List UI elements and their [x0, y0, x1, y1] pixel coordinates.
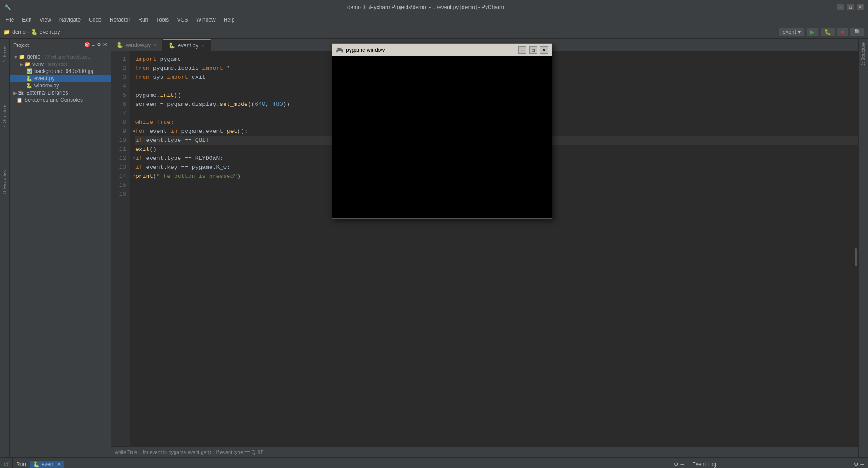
favorites-panel-toggle[interactable]: 3: Favorites — [1, 168, 8, 196]
run-settings-icon[interactable]: ⚙ — [674, 461, 679, 468]
tab-label-event: event.py — [178, 42, 198, 49]
run-panel-header: Run: 🐍 event ✕ ⚙ ─ — [13, 458, 688, 468]
breadcrumb-while: while True — [115, 450, 137, 455]
tree-item-ext-libs[interactable]: ▶ 📚 External Libraries — [10, 89, 111, 96]
pygame-maximize[interactable]: □ — [529, 46, 537, 54]
file-name: event.py — [40, 29, 60, 35]
menu-refactor[interactable]: Refactor — [106, 16, 134, 24]
event-log-settings-icon[interactable]: ⚙ — [854, 461, 859, 468]
tab-icon-window: 🐍 — [117, 42, 123, 48]
structure-label[interactable]: 2: Structure — [861, 42, 866, 66]
tree-item-venv[interactable]: ▶ 📁 venv library root — [10, 60, 111, 68]
editor-area: 🐍 window.py ✕ 🐍 event.py ✕ 12345 678910 … — [111, 39, 858, 457]
debug-button[interactable]: 🐛 — [821, 28, 835, 36]
project-panel-header: Project 🎯 ≡ ⚙ ✕ — [10, 39, 111, 51]
tree-item-background[interactable]: 🖼️ background_640x480.jpg — [10, 68, 111, 75]
tree-item-scratches[interactable]: 📋 Scratches and Consoles — [10, 96, 111, 104]
tree-item-event[interactable]: 🐍 event.py — [10, 75, 111, 82]
minimize-button[interactable]: ─ — [837, 4, 844, 10]
run-config-tab-name: event — [41, 461, 54, 468]
locate-icon[interactable]: 🎯 — [84, 42, 90, 48]
project-name: demo — [12, 29, 26, 35]
maximize-button[interactable]: □ — [847, 4, 854, 10]
tab-window-py[interactable]: 🐍 window.py ✕ — [111, 39, 163, 51]
app-icon: 🔧 — [4, 4, 11, 10]
bottom-panel: ↺ ▲ ■ ▼ ↵ 🖨 >> Run: 🐍 event ✕ ⚙ ─ — [0, 457, 868, 468]
menu-navigate[interactable]: Navigate — [56, 16, 84, 24]
window-controls: ─ □ ✕ — [837, 4, 864, 10]
tab-label-window: window.py — [126, 42, 151, 48]
project-icon: 📁 — [4, 29, 10, 35]
run-hide-icon[interactable]: ─ — [680, 461, 684, 468]
menu-edit[interactable]: Edit — [18, 16, 35, 24]
menu-vcs[interactable]: VCS — [173, 16, 192, 24]
run-config-selector[interactable]: event ▾ — [779, 28, 804, 36]
project-panel-toggle[interactable]: 1: Project — [1, 41, 8, 65]
tab-event-py[interactable]: 🐍 event.py ✕ — [163, 39, 210, 51]
run-config-name: event — [783, 29, 796, 35]
tree-label-ext-libs: External Libraries — [26, 90, 68, 96]
tree-tag-venv: library root — [45, 62, 67, 67]
tab-close-window[interactable]: ✕ — [153, 43, 157, 48]
pygame-close[interactable]: ✕ — [540, 46, 548, 54]
tree-path-demo: F:\PycharmProjects\de... — [42, 55, 91, 59]
run-tab-close[interactable]: ✕ — [57, 461, 61, 468]
window-title: demo [F:\PycharmProjects\demo] - ...\eve… — [14, 4, 837, 10]
tree-label-scratches: Scratches and Consoles — [24, 97, 83, 103]
close-button[interactable]: ✕ — [857, 4, 864, 10]
tree-label-background: background_640x480.jpg — [34, 68, 95, 74]
project-panel-title: Project — [13, 42, 29, 48]
tree-label-demo: demo — [27, 54, 40, 60]
editor-breadcrumb: while True › for event in pygame.event.g… — [111, 446, 858, 457]
dropdown-icon: ▾ — [798, 29, 801, 35]
title-bar: 🔧 demo [F:\PycharmProjects\demo] - ...\e… — [0, 0, 868, 14]
pygame-minimize[interactable]: ─ — [518, 46, 526, 54]
run-icon: 🐍 — [33, 461, 40, 468]
left-sidebar: 1: Project 2: Structure 3: Favorites — [0, 39, 10, 457]
event-log-title: Event Log — [692, 461, 716, 468]
breadcrumb-sep1: › — [139, 450, 141, 455]
breadcrumb-sep: › — [27, 29, 29, 35]
event-log-panel: Event Log ⚙ ─ 中?⚙ ↺ ✏ 🗑 🔧 — [688, 458, 868, 468]
tab-icon-event: 🐍 — [168, 42, 175, 49]
breadcrumb-for: for event in pygame.event.get() — [143, 450, 211, 455]
event-log-hide-icon[interactable]: ─ — [860, 461, 864, 468]
project-tree: ▼ 📁 demo F:\PycharmProjects\de... ▶ 📁 ve… — [10, 51, 111, 457]
tree-label-event: event.py — [34, 75, 54, 82]
run-button[interactable]: ▶ — [807, 28, 818, 36]
run-left-toolbar: ↺ ▲ ■ ▼ ↵ 🖨 >> — [0, 458, 13, 468]
event-log-header: Event Log ⚙ ─ — [688, 458, 868, 468]
menu-view[interactable]: View — [36, 16, 55, 24]
menu-tools[interactable]: Tools — [153, 16, 172, 24]
scrollbar[interactable] — [855, 248, 857, 266]
file-icon: 🐍 — [31, 29, 38, 35]
run-config-tab[interactable]: 🐍 event ✕ — [30, 461, 63, 468]
pygame-title: pygame window — [346, 47, 516, 53]
run-label: Run: — [16, 461, 27, 468]
menu-code[interactable]: Code — [85, 16, 105, 24]
run-panel: Run: 🐍 event ✕ ⚙ ─ F:\PycharmProjects\de… — [13, 458, 688, 468]
right-sidebar: 2: Structure — [858, 39, 868, 457]
menu-run[interactable]: Run — [135, 16, 152, 24]
stop-button[interactable]: ■ — [837, 28, 848, 36]
hide-icon[interactable]: ✕ — [103, 42, 107, 48]
menu-help[interactable]: Help — [220, 16, 238, 24]
menu-window[interactable]: Window — [193, 16, 219, 24]
settings-icon[interactable]: ⚙ — [97, 42, 101, 48]
collapse-icon[interactable]: ≡ — [92, 42, 95, 48]
line-numbers: 12345 678910 1112131415 16 — [111, 51, 130, 446]
breadcrumb-if: if event.type == QUIT — [216, 450, 264, 455]
menu-file[interactable]: File — [2, 16, 18, 24]
tree-label-window: window.py — [34, 82, 59, 89]
pygame-window[interactable]: 🎮 pygame window ─ □ ✕ — [332, 43, 552, 219]
tab-close-event[interactable]: ✕ — [201, 43, 205, 48]
rerun-button[interactable]: ↺ — [2, 460, 11, 468]
run-area: ↺ ▲ ■ ▼ ↵ 🖨 >> Run: 🐍 event ✕ ⚙ ─ — [0, 458, 868, 468]
search-button[interactable]: 🔍 — [850, 28, 864, 36]
breadcrumb: 📁 demo › 🐍 event.py — [4, 29, 60, 35]
pygame-canvas — [332, 56, 552, 218]
tree-item-demo[interactable]: ▼ 📁 demo F:\PycharmProjects\de... — [10, 53, 111, 60]
menu-bar: File Edit View Navigate Code Refactor Ru… — [0, 14, 868, 25]
tree-item-window[interactable]: 🐍 window.py — [10, 82, 111, 89]
structure-panel-toggle[interactable]: 2: Structure — [1, 102, 8, 131]
